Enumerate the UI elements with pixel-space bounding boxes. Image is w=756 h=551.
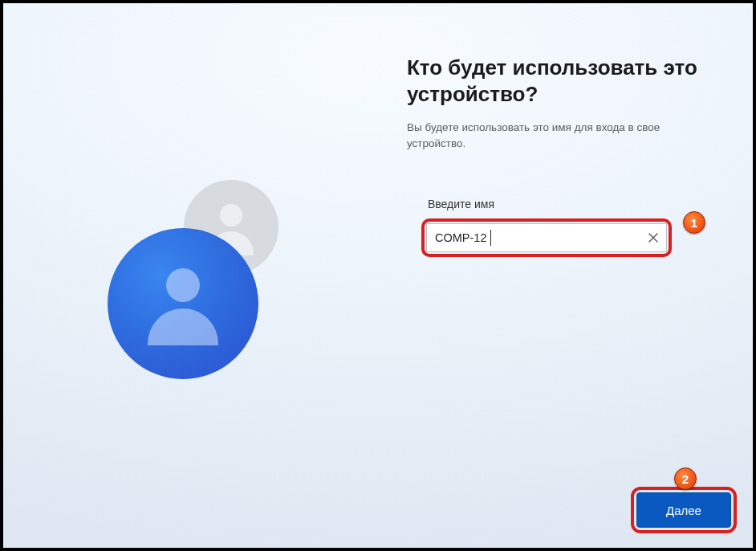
- next-button[interactable]: Далее: [636, 492, 731, 528]
- clear-input-button[interactable]: [644, 229, 662, 247]
- close-icon: [648, 233, 658, 243]
- user-illustration: [108, 180, 316, 389]
- page-subtitle: Вы будете использовать это имя для входа…: [407, 120, 712, 151]
- setup-form: Кто будет использовать это устройство? В…: [407, 55, 712, 257]
- annotation-badge-2: 2: [674, 467, 697, 490]
- annotation-badge-1: 1: [683, 211, 705, 234]
- page-title: Кто будет использовать это устройство?: [407, 55, 712, 107]
- text-caret: [490, 230, 491, 246]
- name-input-highlight: [421, 218, 672, 257]
- name-field-label: Введите имя: [428, 198, 712, 210]
- name-input[interactable]: [426, 223, 667, 252]
- avatar-primary: [108, 228, 258, 379]
- next-button-highlight: Далее: [631, 487, 737, 533]
